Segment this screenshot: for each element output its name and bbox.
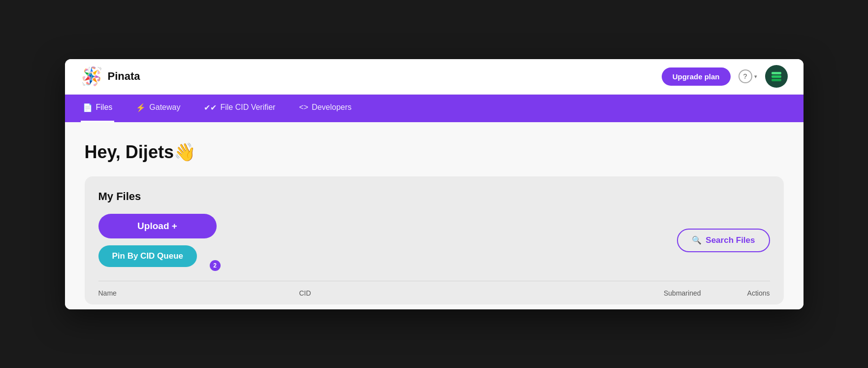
main-content: Hey, Dijets👋 My Files Upload + Pin By CI… (65, 122, 804, 309)
search-files-label: Search Files (706, 235, 755, 245)
nav-item-file-cid-verifier[interactable]: ✔✔ File CID Verifier (202, 95, 277, 122)
files-actions-row: Upload + Pin By CID Queue 2 🔍 Search Fil… (98, 214, 770, 267)
files-nav-icon: 📄 (83, 103, 93, 112)
left-actions: Upload + Pin By CID Queue 2 (98, 214, 217, 267)
avatar-layers-icon (772, 72, 781, 81)
table-header: Name CID Submarined Actions (98, 281, 770, 303)
search-files-button[interactable]: 🔍 Search Files (677, 229, 770, 252)
table-col-name: Name (98, 289, 299, 297)
table-col-cid: CID (299, 289, 601, 297)
nav-item-files[interactable]: 📄 Files (81, 95, 115, 122)
nav-item-gateway-label: Gateway (149, 103, 180, 112)
page-greeting: Hey, Dijets👋 (85, 142, 784, 163)
logo-text: Pinata (108, 70, 140, 83)
files-section-title: My Files (98, 190, 770, 203)
help-circle-icon: ? (739, 69, 752, 83)
nav-item-gateway[interactable]: ⚡ Gateway (134, 95, 182, 122)
layer-top (772, 72, 781, 74)
search-icon: 🔍 (692, 235, 702, 245)
header-right: Upgrade plan ? ▾ (662, 65, 788, 88)
logo-icon: 🪅 (81, 67, 103, 85)
files-card: My Files Upload + Pin By CID Queue 2 🔍 S… (85, 176, 784, 304)
header: 🪅 Pinata Upgrade plan ? ▾ (65, 59, 804, 95)
nav-item-developers[interactable]: <> Developers (297, 95, 354, 122)
pin-by-cid-button[interactable]: Pin By CID Queue (98, 245, 197, 267)
table-col-actions: Actions (721, 289, 770, 297)
browser-window: 🪅 Pinata Upgrade plan ? ▾ 📄 Files (65, 59, 804, 309)
layer-bot (772, 79, 781, 81)
nav-item-files-label: Files (96, 103, 113, 112)
main-nav: 📄 Files ⚡ Gateway ✔✔ File CID Verifier <… (65, 95, 804, 122)
pin-cid-label: Pin By CID Queue (112, 251, 184, 261)
upload-button[interactable]: Upload + (98, 214, 217, 238)
nav-item-developers-label: Developers (312, 103, 352, 112)
pin-cid-badge: 2 (210, 260, 221, 271)
avatar[interactable] (765, 65, 788, 88)
developers-nav-icon: <> (299, 103, 308, 112)
help-button[interactable]: ? ▾ (739, 69, 757, 83)
layer-mid (772, 75, 781, 78)
cid-verifier-nav-icon: ✔✔ (204, 103, 217, 112)
gateway-nav-icon: ⚡ (136, 103, 146, 112)
table-col-submarined: Submarined (601, 289, 721, 297)
logo-area: 🪅 Pinata (81, 67, 140, 85)
upgrade-plan-button[interactable]: Upgrade plan (662, 67, 731, 86)
chevron-down-icon: ▾ (754, 73, 757, 80)
nav-item-cid-verifier-label: File CID Verifier (220, 103, 275, 112)
